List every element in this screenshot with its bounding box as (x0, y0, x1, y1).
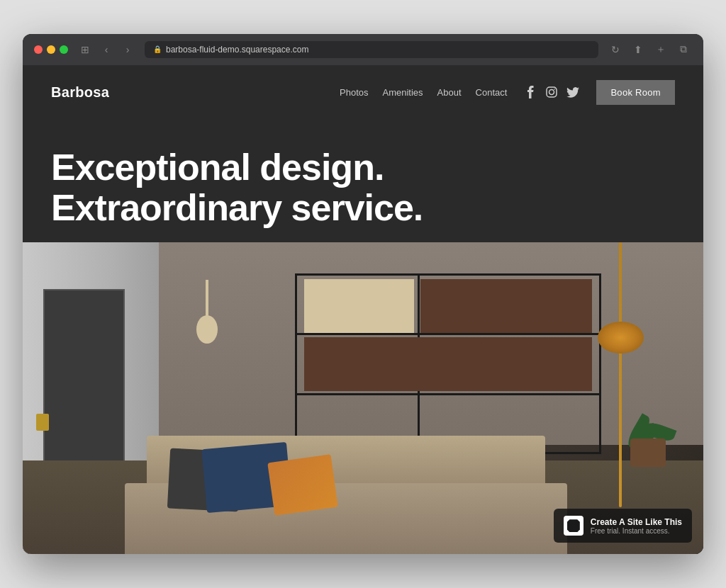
back-button[interactable]: ‹ (98, 41, 115, 58)
shelf-panel-light-1 (304, 279, 415, 334)
plant-pot (630, 439, 666, 467)
url-text: barbosa-fluid-demo.squarespace.com (166, 45, 308, 55)
new-tab-button[interactable]: ＋ (652, 41, 669, 58)
minimize-button[interactable] (47, 45, 55, 54)
wall-accent (36, 414, 49, 431)
book-room-button[interactable]: Book Room (596, 80, 675, 105)
browser-window: ⊞ ‹ › 🔒 barbosa-fluid-demo.squarespace.c… (23, 34, 703, 554)
shelf-h2 (295, 393, 601, 395)
nav-link-contact[interactable]: Contact (476, 87, 508, 98)
site-logo[interactable]: Barbosa (51, 84, 109, 101)
nav-links: Photos Amenities About Contact (340, 87, 507, 98)
website-content: Barbosa Photos Amenities About Contact (23, 66, 703, 554)
browser-controls: ⊞ ‹ › (77, 41, 136, 58)
squarespace-logo-mark (567, 519, 580, 532)
lock-icon: 🔒 (153, 45, 162, 53)
nav-right: Photos Amenities About Contact (340, 80, 675, 105)
nav-link-amenities[interactable]: Amenities (383, 87, 423, 98)
shelf-panel-dark-1 (420, 279, 592, 334)
maximize-button[interactable] (60, 45, 68, 54)
facebook-icon[interactable] (524, 86, 537, 98)
instagram-icon[interactable] (545, 86, 558, 98)
nav-link-about[interactable]: About (437, 87, 462, 98)
forward-button[interactable]: › (119, 41, 136, 58)
hero-title: Exceptional design. Extraordinary servic… (51, 147, 675, 228)
browser-chrome: ⊞ ‹ › 🔒 barbosa-fluid-demo.squarespace.c… (23, 34, 703, 66)
shelf-h1 (295, 333, 601, 335)
room-scene: Create A Site Like This Free trial. Inst… (23, 242, 703, 554)
address-bar[interactable]: 🔒 barbosa-fluid-demo.squarespace.com (145, 41, 598, 58)
hero-text: Exceptional design. Extraordinary servic… (23, 119, 703, 228)
nav-social (524, 86, 579, 98)
close-button[interactable] (34, 45, 43, 54)
plant (620, 382, 676, 467)
twitter-icon[interactable] (566, 86, 579, 98)
wall-decoration (186, 280, 228, 337)
share-button[interactable]: ⬆ (630, 41, 647, 58)
tab-overview-button[interactable]: ⧉ (675, 41, 692, 58)
hero-title-line1: Exceptional design. (51, 147, 675, 188)
svg-rect-0 (547, 87, 557, 97)
pillow-orange (267, 454, 338, 516)
plant-leaves (620, 385, 676, 442)
svg-point-2 (554, 89, 556, 91)
floor-lamp (619, 242, 622, 507)
hero-title-line2: Extraordinary service. (51, 188, 675, 228)
sofa (125, 436, 567, 554)
shelving-unit (295, 273, 601, 454)
nav-link-photos[interactable]: Photos (340, 87, 368, 98)
badge-sub-text: Free trial. Instant access. (591, 527, 682, 535)
hero-section: Exceptional design. Extraordinary servic… (23, 119, 703, 554)
reload-button[interactable]: ↻ (607, 41, 624, 58)
svg-point-1 (549, 90, 554, 95)
badge-text-block: Create A Site Like This Free trial. Inst… (591, 517, 682, 535)
traffic-lights (34, 45, 68, 54)
badge-main-text: Create A Site Like This (591, 517, 682, 527)
squarespace-badge[interactable]: Create A Site Like This Free trial. Inst… (554, 509, 692, 543)
sidebar-toggle[interactable]: ⊞ (77, 41, 94, 58)
lamp-head (598, 322, 644, 354)
shelf-panel-dark-2 (304, 337, 592, 392)
navigation: Barbosa Photos Amenities About Contact (23, 66, 703, 119)
hero-image: Create A Site Like This Free trial. Inst… (23, 242, 703, 554)
browser-right-controls: ↻ ⬆ ＋ ⧉ (607, 41, 692, 58)
squarespace-logo (564, 516, 583, 536)
